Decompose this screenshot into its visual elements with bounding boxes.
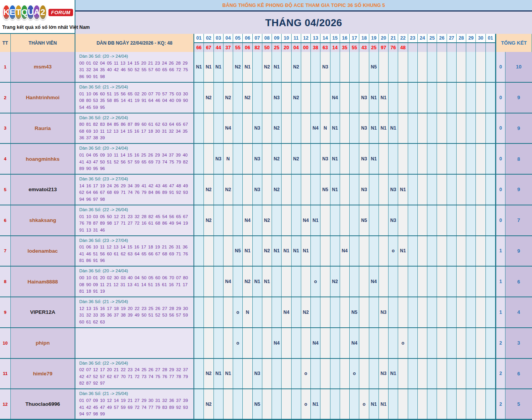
table-row: 2HanhtrinhmoiDàn 36 Số: (21 -> 25/04)01 … [0,83,532,113]
dan-numbers: 01 10 06 60 51 15 56 65 02 20 07 70 57 7… [79,91,190,111]
logo-letter: 2 [39,5,47,20]
day-value-cell [194,359,204,389]
day-value-cell [330,297,340,327]
day-value-cell [350,52,359,82]
day-value-cell [262,297,272,327]
day-value-cell [398,52,408,82]
day-value-cell: N2 [204,205,213,235]
day-value-cell [311,359,320,389]
day-value-cell [476,113,485,143]
table-row: 8Hainam8888Dàn 36 Số: (20 -> 24/04)00 10… [0,267,532,297]
day-value-cell [340,52,350,82]
day-value-cell [340,297,350,327]
day-header-cell: 30 [476,34,485,43]
day-value-cell: N1 [311,205,320,235]
day-value-cell: N1 [311,389,320,419]
day-value-cell [194,83,204,113]
day-value-cell: N1 [292,236,301,266]
total-miss: 1 [495,297,505,327]
day-header-cell: 18 [359,34,369,43]
day-header-cell: 26 [437,34,447,43]
day-value-cell [340,144,350,174]
table-row: 4hoangminhksDàn 36 Số: (20 -> 24/04)01 0… [0,144,532,175]
day-value-cell [457,144,466,174]
member-name: VIPER12A [30,309,55,315]
day-value-cell: N3 [214,144,223,174]
day-value-cell [457,236,466,266]
result-number-cell [418,43,427,52]
day-value-cell [243,175,252,205]
day-header-cell: 25 [427,34,437,43]
day-value-cell [204,236,213,266]
member-cell: Rauria [11,113,75,143]
dan-numbers: 01 07 09 10 12 14 19 21 27 29 30 31 32 3… [79,397,190,417]
day-value-cell: N4 [311,113,320,143]
day-value-cell [379,267,389,297]
day-value-cell [311,297,320,327]
day-value-cell [408,297,418,327]
day-value-cell [457,175,466,205]
day-value-cell: N2 [204,389,213,419]
row-number: 8 [0,267,11,297]
day-value-cell [214,328,223,358]
day-value-cell [311,236,320,266]
day-value-cell: N1 [272,236,282,266]
day-value-cell [486,205,495,235]
day-value-cell [466,175,476,205]
day-value-cell: N1 [379,389,389,419]
col-header-tt: TT [0,34,11,52]
day-value-cell [427,297,437,327]
day-value-cell [320,236,330,266]
day-value-cell [418,144,427,174]
result-number-cell: 63 [320,43,330,52]
result-number-cell: 20 [282,43,291,52]
day-value-cell [330,359,340,389]
day-value-cell: N3 [253,175,262,205]
page: KETQUA2FORUM Trang kết quả xổ số lớn nhấ… [0,0,532,420]
member-name: lodenambac [28,248,58,254]
day-value-cell [447,297,457,327]
day-value-cell: N3 [320,52,330,82]
day-value-cell [292,175,301,205]
result-number-cell [476,43,485,52]
day-value-cell [389,52,398,82]
day-value-cell [282,144,291,174]
dan-label: Dàn 36 Số: (23 -> 27/04) [79,176,190,183]
dan-label: Dàn 36 Số: (21 -> 25/04) [79,390,190,397]
day-value-cell [233,175,243,205]
result-number-cell: 44 [214,43,223,52]
day-value-cell [437,389,447,419]
day-value-cell: N4 [330,83,340,113]
result-number-cell: 82 [253,43,262,52]
total-score: 7 [505,205,532,235]
total-miss: 0 [495,175,505,205]
day-value-cell [243,113,252,143]
table-header: TT THÀNH VIÊN DÀN ĐB NGÀY 22/04/2026 - K… [0,34,532,52]
day-value-cell [408,175,418,205]
day-value-cell [359,52,369,82]
day-value-cell [233,389,243,419]
day-value-cell [350,175,359,205]
dan-label: Dàn 36 Số: (22 -> 26/04) [79,115,190,122]
day-value-cell [292,359,301,389]
day-header-cell: 21 [389,34,398,43]
day-value-cell: N1 [272,52,282,82]
day-value-cell [204,144,213,174]
day-value-cell [359,359,369,389]
day-value-cell [340,359,350,389]
day-value-cell [292,328,301,358]
result-number-cell: 66 [194,43,204,52]
dan-cell: Dàn 36 Số: (21 -> 25/04)01 10 06 60 51 1… [75,83,194,113]
dan-cell: Dàn 36 Số: (22 -> 26/04)80 81 82 83 84 8… [75,113,194,143]
day-value-cell [330,236,340,266]
day-value-cell: N1 [243,236,252,266]
total-miss: 2 [495,389,505,419]
result-number-cell: 00 [301,43,311,52]
day-value-cell [447,359,457,389]
day-value-cell [408,113,418,143]
day-value-cell: N1 [369,83,379,113]
day-value-cell [233,113,243,143]
day-value-cell [408,359,418,389]
day-value-cell [301,144,311,174]
day-value-cell [311,175,320,205]
